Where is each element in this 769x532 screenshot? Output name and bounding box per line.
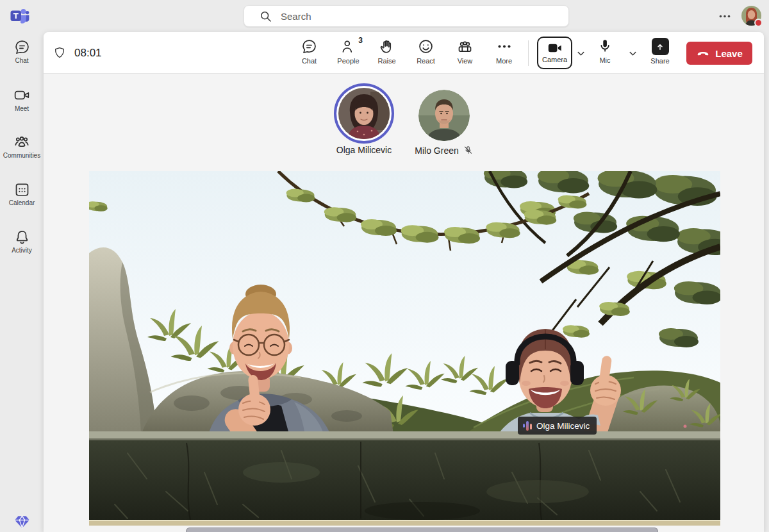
share-icon bbox=[652, 38, 669, 55]
sidebar-label: Chat bbox=[0, 57, 44, 64]
shield-icon bbox=[53, 46, 67, 60]
presence-busy-dot bbox=[754, 19, 763, 27]
sidebar-label: Activity bbox=[0, 247, 44, 254]
meeting-toolbar: 08:01 Chat 3 People bbox=[44, 32, 764, 74]
sidebar-item-chat[interactable]: Chat bbox=[0, 38, 44, 64]
mic-options-chevron[interactable] bbox=[628, 49, 638, 59]
react-button[interactable]: React bbox=[406, 37, 445, 65]
meeting-window: 08:01 Chat 3 People bbox=[44, 32, 764, 532]
mic-toggle-button[interactable]: Mic bbox=[590, 37, 620, 64]
sidebar-label: Communities bbox=[0, 152, 44, 159]
raise-hand-icon bbox=[367, 37, 406, 55]
more-button[interactable]: More bbox=[484, 37, 524, 65]
chat-icon bbox=[290, 37, 329, 55]
app-sidebar: Chat Meet Communities Calendar Activity bbox=[0, 32, 44, 532]
chat-button[interactable]: Chat bbox=[290, 37, 329, 65]
people-count-badge: 3 bbox=[358, 36, 363, 45]
people-icon: 3 bbox=[329, 37, 368, 55]
participant-name-milo: Milo Green bbox=[406, 145, 483, 156]
people-button[interactable]: 3 People bbox=[329, 37, 368, 65]
raise-hand-button[interactable]: Raise bbox=[367, 37, 406, 65]
sidebar-item-activity[interactable]: Activity bbox=[0, 228, 44, 254]
search-icon bbox=[260, 10, 272, 22]
top-bar bbox=[0, 0, 769, 32]
premium-diamond-icon[interactable] bbox=[13, 514, 31, 530]
search-bar[interactable] bbox=[244, 5, 569, 27]
participant-tile-olga[interactable] bbox=[334, 83, 394, 144]
camera-options-chevron[interactable] bbox=[576, 49, 586, 59]
video-scene bbox=[89, 171, 720, 526]
voice-activity-icon bbox=[523, 421, 532, 431]
topbar-more-button[interactable] bbox=[714, 8, 736, 24]
leave-phone-icon bbox=[696, 46, 710, 60]
sidebar-label: Meet bbox=[0, 105, 44, 112]
profile-avatar[interactable] bbox=[741, 6, 761, 26]
sidebar-label: Calendar bbox=[0, 199, 44, 206]
teams-logo-icon bbox=[10, 7, 29, 25]
camera-toggle-button[interactable]: Camera bbox=[537, 37, 572, 69]
meeting-timer: 08:01 bbox=[74, 47, 102, 60]
stage-video[interactable]: Olga Milicevic bbox=[89, 171, 720, 526]
camera-icon bbox=[538, 40, 571, 56]
view-gallery-icon bbox=[445, 37, 484, 55]
share-button[interactable]: Share bbox=[644, 37, 676, 65]
more-dots-icon bbox=[484, 37, 524, 55]
stage-name-tag: Olga Milicevic bbox=[518, 417, 597, 435]
react-smiley-icon bbox=[406, 37, 445, 55]
participant-tile-milo[interactable] bbox=[418, 90, 470, 141]
sidebar-item-calendar[interactable]: Calendar bbox=[0, 181, 44, 206]
mic-off-icon bbox=[463, 145, 474, 156]
avatar-milo bbox=[418, 90, 470, 141]
sidebar-item-communities[interactable]: Communities bbox=[0, 133, 44, 159]
mic-icon bbox=[590, 37, 620, 54]
search-input[interactable] bbox=[281, 11, 537, 22]
leave-button[interactable]: Leave bbox=[686, 42, 752, 65]
sidebar-item-meet[interactable]: Meet bbox=[0, 87, 44, 112]
view-button[interactable]: View bbox=[445, 37, 484, 65]
avatar-olga bbox=[338, 88, 390, 139]
background-window-edge bbox=[186, 528, 658, 532]
participant-name-olga: Olga Milicevic bbox=[319, 145, 409, 155]
toolbar-divider bbox=[528, 40, 529, 66]
